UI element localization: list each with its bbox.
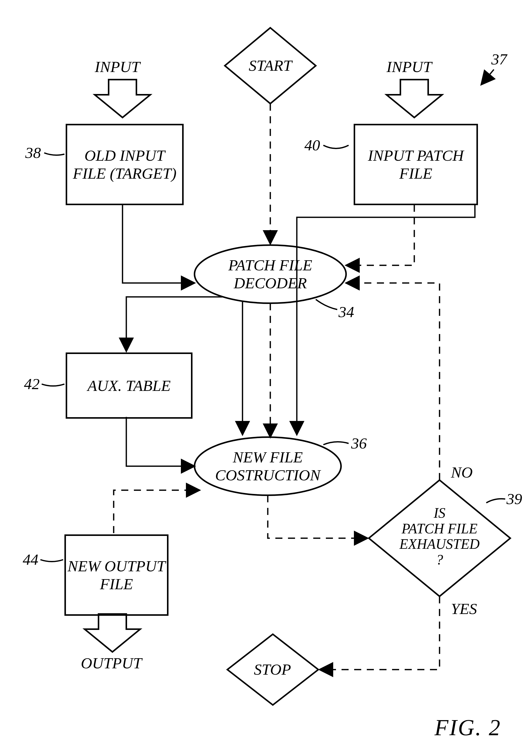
decision-yes: YES [451, 600, 477, 617]
input-left-caption: INPUT [95, 58, 140, 75]
start-diamond: START [245, 57, 296, 74]
box-old-input-file-text: OLD INPUT FILE (TARGET) [67, 147, 182, 182]
ref-36: 36 [351, 435, 367, 452]
ref-37: 37 [491, 50, 507, 68]
box-old-input-file: OLD INPUT FILE (TARGET) [66, 124, 184, 205]
box-input-patch-file: INPUT PATCH FILE [354, 124, 478, 205]
svg-line-7 [481, 69, 494, 85]
decision-no: NO [451, 464, 473, 481]
ellipse-patch-file-decoder-text: PATCH FILE DECODER [195, 256, 346, 292]
ref-42: 42 [24, 375, 40, 392]
ref-40: 40 [305, 136, 320, 154]
box-new-output-file-text: NEW OUTPUT FILE [66, 557, 167, 593]
input-right-caption: INPUT [386, 58, 432, 75]
ref-38: 38 [25, 144, 41, 161]
box-aux-table-text: AUX. TABLE [87, 377, 171, 395]
ref-39: 39 [506, 490, 522, 507]
box-input-patch-file-text: INPUT PATCH FILE [355, 147, 476, 182]
ellipse-new-file-construction-text: NEW FILE COSTRUCTION [195, 448, 341, 484]
ref-44: 44 [23, 551, 39, 568]
box-new-output-file: NEW OUTPUT FILE [65, 534, 169, 616]
box-aux-table: AUX. TABLE [66, 352, 193, 419]
output-caption: OUTPUT [81, 655, 142, 672]
ellipse-new-file-construction: NEW FILE COSTRUCTION [195, 445, 341, 488]
decision-text: IS PATCH FILE EXHAUSTED ? [397, 505, 483, 568]
stop-diamond: STOP [254, 661, 291, 678]
ref-34: 34 [338, 303, 354, 320]
ellipse-patch-file-decoder: PATCH FILE DECODER [195, 253, 346, 296]
figure-label: FIG. 2 [435, 715, 501, 740]
